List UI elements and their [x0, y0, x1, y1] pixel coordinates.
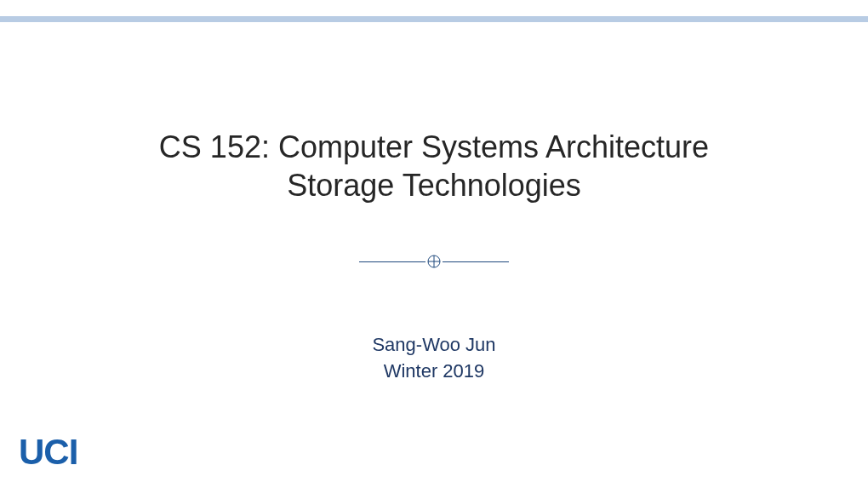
- title-line-2: Storage Technologies: [0, 166, 868, 204]
- author-name: Sang-Woo Jun: [0, 332, 868, 359]
- author-block: Sang-Woo Jun Winter 2019: [0, 332, 868, 385]
- author-term: Winter 2019: [0, 359, 868, 385]
- logo-text: UCI: [19, 432, 77, 473]
- divider-ornament-icon: [427, 255, 441, 268]
- slide-title: CS 152: Computer Systems Architecture St…: [0, 128, 868, 204]
- top-accent-bar: [0, 16, 868, 22]
- divider-line-right: [443, 261, 509, 262]
- divider-line-left: [359, 261, 425, 262]
- uci-logo: UCI: [19, 432, 77, 473]
- divider: [0, 255, 868, 268]
- title-line-1: CS 152: Computer Systems Architecture: [0, 128, 868, 166]
